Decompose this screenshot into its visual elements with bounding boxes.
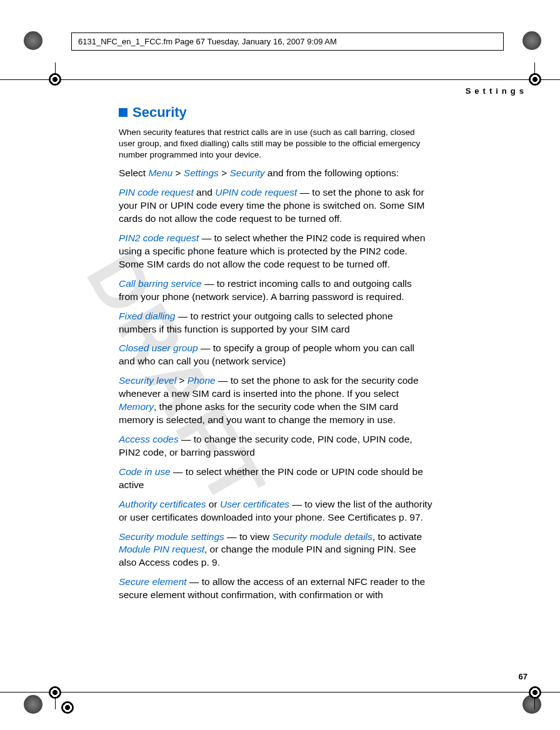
pin-code-request-link: PIN code request xyxy=(119,187,194,198)
call-barring-paragraph: Call barring service — to restrict incom… xyxy=(119,278,432,304)
pin2-code-request-link: PIN2 code request xyxy=(119,232,199,243)
code-in-use-link: Code in use xyxy=(119,466,171,477)
code-in-use-paragraph: Code in use — to select whether the PIN … xyxy=(119,466,432,492)
phone-link: Phone xyxy=(188,375,216,386)
crop-target-icon xyxy=(49,686,61,699)
upin-code-request-link: UPIN code request xyxy=(215,187,297,198)
text: > xyxy=(172,168,184,178)
closed-user-group-link: Closed user group xyxy=(119,342,198,353)
crop-target-icon xyxy=(529,686,541,699)
settings-link: Settings xyxy=(184,168,219,178)
module-pin-request-link: Module PIN request xyxy=(119,544,204,554)
security-level-paragraph: Security level > Phone — to set the phon… xyxy=(119,374,432,427)
text: and xyxy=(194,187,215,198)
call-barring-link: Call barring service xyxy=(119,278,202,289)
text: > xyxy=(176,375,188,386)
certificates-paragraph: Authority certificates or User certifica… xyxy=(119,498,432,524)
secure-element-link: Secure element xyxy=(119,576,187,587)
heading-text: Security xyxy=(132,103,187,122)
access-codes-paragraph: Access codes — to change the security co… xyxy=(119,433,432,459)
security-module-paragraph: Security module settings — to view Secur… xyxy=(119,531,432,570)
memory-link: Memory xyxy=(119,401,154,412)
secure-element-paragraph: Secure element — to allow the access of … xyxy=(119,576,432,602)
security-level-link: Security level xyxy=(119,375,176,386)
registration-mark-icon xyxy=(24,695,42,714)
closed-user-group-paragraph: Closed user group — to specify a group o… xyxy=(119,342,432,368)
text: or xyxy=(206,499,220,509)
section-running-header: Settings xyxy=(466,86,528,96)
authority-certificates-link: Authority certificates xyxy=(119,499,206,509)
select-instruction: Select Menu > Settings > Security and fr… xyxy=(119,167,432,180)
page-number: 67 xyxy=(519,672,528,681)
registration-mark-icon xyxy=(522,31,541,50)
text: and from the following options: xyxy=(265,168,399,178)
text: > xyxy=(219,168,230,178)
crop-target-icon xyxy=(529,73,541,86)
menu-link: Menu xyxy=(148,168,172,178)
main-content: Security When security features that res… xyxy=(119,103,432,608)
page-header-box: 6131_NFC_en_1_FCC.fm Page 67 Tuesday, Ja… xyxy=(71,32,504,51)
fixed-dialling-link: Fixed dialling xyxy=(119,311,175,321)
crop-line xyxy=(55,62,56,74)
crop-line xyxy=(55,698,56,709)
text: Select xyxy=(119,168,148,178)
crop-target-icon xyxy=(61,701,74,714)
crop-line xyxy=(534,62,535,74)
security-link: Security xyxy=(230,168,265,178)
text: — to view xyxy=(224,531,272,542)
intro-paragraph: When security features that restrict cal… xyxy=(119,127,432,161)
pin-code-paragraph: PIN code request and UPIN code request —… xyxy=(119,186,432,226)
crop-line xyxy=(0,692,560,692)
fixed-dialling-paragraph: Fixed dialling — to restrict your outgoi… xyxy=(119,310,432,336)
crop-line xyxy=(0,79,560,80)
security-module-details-link: Security module details xyxy=(272,531,372,542)
registration-mark-icon xyxy=(24,31,42,50)
square-bullet-icon xyxy=(119,108,128,117)
text: , the phone asks for the security code w… xyxy=(119,401,398,425)
text: , to activate xyxy=(372,531,422,542)
security-module-settings-link: Security module settings xyxy=(119,531,224,542)
user-certificates-link: User certificates xyxy=(220,499,289,509)
pin2-paragraph: PIN2 code request — to select whether th… xyxy=(119,232,432,271)
access-codes-link: Access codes xyxy=(119,434,179,444)
crop-line xyxy=(534,698,535,709)
crop-target-icon xyxy=(49,73,61,86)
header-text: 6131_NFC_en_1_FCC.fm Page 67 Tuesday, Ja… xyxy=(78,37,337,46)
section-heading: Security xyxy=(119,103,432,122)
